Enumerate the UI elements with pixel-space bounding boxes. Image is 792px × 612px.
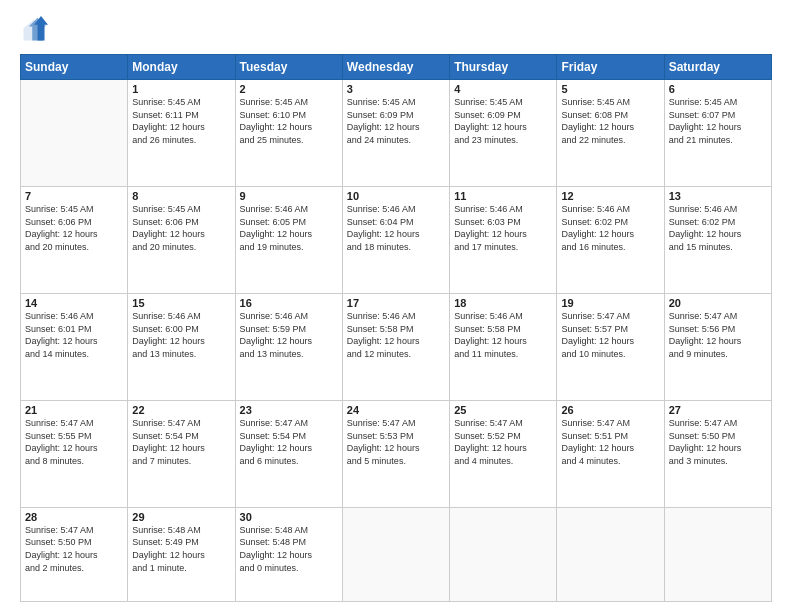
day-info: Sunrise: 5:47 AMSunset: 5:56 PMDaylight:… [669,310,767,360]
day-number: 25 [454,404,552,416]
week-row-5: 28Sunrise: 5:47 AMSunset: 5:50 PMDayligh… [21,507,772,601]
cell-w3-d0: 14Sunrise: 5:46 AMSunset: 6:01 PMDayligh… [21,293,128,400]
day-info: Sunrise: 5:45 AMSunset: 6:09 PMDaylight:… [454,96,552,146]
col-friday: Friday [557,55,664,80]
cell-w4-d0: 21Sunrise: 5:47 AMSunset: 5:55 PMDayligh… [21,400,128,507]
cell-w3-d1: 15Sunrise: 5:46 AMSunset: 6:00 PMDayligh… [128,293,235,400]
day-info: Sunrise: 5:47 AMSunset: 5:51 PMDaylight:… [561,417,659,467]
logo [20,16,52,44]
day-info: Sunrise: 5:45 AMSunset: 6:07 PMDaylight:… [669,96,767,146]
week-row-2: 7Sunrise: 5:45 AMSunset: 6:06 PMDaylight… [21,186,772,293]
day-info: Sunrise: 5:48 AMSunset: 5:48 PMDaylight:… [240,524,338,574]
cell-w3-d5: 19Sunrise: 5:47 AMSunset: 5:57 PMDayligh… [557,293,664,400]
cell-w5-d6 [664,507,771,601]
day-info: Sunrise: 5:45 AMSunset: 6:09 PMDaylight:… [347,96,445,146]
day-number: 20 [669,297,767,309]
cell-w2-d5: 12Sunrise: 5:46 AMSunset: 6:02 PMDayligh… [557,186,664,293]
col-monday: Monday [128,55,235,80]
day-number: 6 [669,83,767,95]
day-number: 8 [132,190,230,202]
cell-w4-d6: 27Sunrise: 5:47 AMSunset: 5:50 PMDayligh… [664,400,771,507]
day-number: 19 [561,297,659,309]
cell-w1-d2: 2Sunrise: 5:45 AMSunset: 6:10 PMDaylight… [235,80,342,187]
cell-w1-d1: 1Sunrise: 5:45 AMSunset: 6:11 PMDaylight… [128,80,235,187]
cell-w5-d0: 28Sunrise: 5:47 AMSunset: 5:50 PMDayligh… [21,507,128,601]
day-info: Sunrise: 5:46 AMSunset: 6:04 PMDaylight:… [347,203,445,253]
day-info: Sunrise: 5:45 AMSunset: 6:06 PMDaylight:… [25,203,123,253]
col-wednesday: Wednesday [342,55,449,80]
day-info: Sunrise: 5:45 AMSunset: 6:10 PMDaylight:… [240,96,338,146]
week-row-4: 21Sunrise: 5:47 AMSunset: 5:55 PMDayligh… [21,400,772,507]
header-row: Sunday Monday Tuesday Wednesday Thursday… [21,55,772,80]
cell-w1-d6: 6Sunrise: 5:45 AMSunset: 6:07 PMDaylight… [664,80,771,187]
cell-w2-d0: 7Sunrise: 5:45 AMSunset: 6:06 PMDaylight… [21,186,128,293]
calendar-table: Sunday Monday Tuesday Wednesday Thursday… [20,54,772,602]
day-number: 1 [132,83,230,95]
day-info: Sunrise: 5:46 AMSunset: 6:00 PMDaylight:… [132,310,230,360]
day-info: Sunrise: 5:47 AMSunset: 5:50 PMDaylight:… [669,417,767,467]
cell-w3-d2: 16Sunrise: 5:46 AMSunset: 5:59 PMDayligh… [235,293,342,400]
day-number: 26 [561,404,659,416]
header [20,16,772,44]
day-number: 30 [240,511,338,523]
day-info: Sunrise: 5:47 AMSunset: 5:52 PMDaylight:… [454,417,552,467]
cell-w2-d6: 13Sunrise: 5:46 AMSunset: 6:02 PMDayligh… [664,186,771,293]
day-number: 9 [240,190,338,202]
cell-w5-d2: 30Sunrise: 5:48 AMSunset: 5:48 PMDayligh… [235,507,342,601]
cell-w1-d3: 3Sunrise: 5:45 AMSunset: 6:09 PMDaylight… [342,80,449,187]
cell-w2-d3: 10Sunrise: 5:46 AMSunset: 6:04 PMDayligh… [342,186,449,293]
cell-w4-d4: 25Sunrise: 5:47 AMSunset: 5:52 PMDayligh… [450,400,557,507]
col-sunday: Sunday [21,55,128,80]
cell-w3-d6: 20Sunrise: 5:47 AMSunset: 5:56 PMDayligh… [664,293,771,400]
col-tuesday: Tuesday [235,55,342,80]
day-number: 23 [240,404,338,416]
week-row-1: 1Sunrise: 5:45 AMSunset: 6:11 PMDaylight… [21,80,772,187]
day-info: Sunrise: 5:46 AMSunset: 5:59 PMDaylight:… [240,310,338,360]
day-info: Sunrise: 5:46 AMSunset: 5:58 PMDaylight:… [347,310,445,360]
day-info: Sunrise: 5:46 AMSunset: 5:58 PMDaylight:… [454,310,552,360]
day-info: Sunrise: 5:47 AMSunset: 5:57 PMDaylight:… [561,310,659,360]
cell-w1-d4: 4Sunrise: 5:45 AMSunset: 6:09 PMDaylight… [450,80,557,187]
day-info: Sunrise: 5:46 AMSunset: 6:02 PMDaylight:… [669,203,767,253]
day-info: Sunrise: 5:47 AMSunset: 5:53 PMDaylight:… [347,417,445,467]
day-number: 17 [347,297,445,309]
cell-w2-d1: 8Sunrise: 5:45 AMSunset: 6:06 PMDaylight… [128,186,235,293]
logo-icon [20,16,48,44]
week-row-3: 14Sunrise: 5:46 AMSunset: 6:01 PMDayligh… [21,293,772,400]
day-info: Sunrise: 5:45 AMSunset: 6:11 PMDaylight:… [132,96,230,146]
day-number: 7 [25,190,123,202]
col-thursday: Thursday [450,55,557,80]
day-number: 24 [347,404,445,416]
day-number: 4 [454,83,552,95]
cell-w3-d3: 17Sunrise: 5:46 AMSunset: 5:58 PMDayligh… [342,293,449,400]
day-number: 14 [25,297,123,309]
day-info: Sunrise: 5:45 AMSunset: 6:06 PMDaylight:… [132,203,230,253]
day-number: 3 [347,83,445,95]
cell-w4-d5: 26Sunrise: 5:47 AMSunset: 5:51 PMDayligh… [557,400,664,507]
col-saturday: Saturday [664,55,771,80]
cell-w2-d2: 9Sunrise: 5:46 AMSunset: 6:05 PMDaylight… [235,186,342,293]
day-info: Sunrise: 5:47 AMSunset: 5:54 PMDaylight:… [132,417,230,467]
day-number: 11 [454,190,552,202]
cell-w5-d1: 29Sunrise: 5:48 AMSunset: 5:49 PMDayligh… [128,507,235,601]
day-info: Sunrise: 5:45 AMSunset: 6:08 PMDaylight:… [561,96,659,146]
day-number: 2 [240,83,338,95]
day-number: 10 [347,190,445,202]
day-number: 12 [561,190,659,202]
cell-w5-d4 [450,507,557,601]
cell-w5-d3 [342,507,449,601]
day-number: 21 [25,404,123,416]
cell-w1-d0 [21,80,128,187]
day-info: Sunrise: 5:47 AMSunset: 5:55 PMDaylight:… [25,417,123,467]
day-number: 13 [669,190,767,202]
cell-w4-d3: 24Sunrise: 5:47 AMSunset: 5:53 PMDayligh… [342,400,449,507]
cell-w4-d1: 22Sunrise: 5:47 AMSunset: 5:54 PMDayligh… [128,400,235,507]
cell-w2-d4: 11Sunrise: 5:46 AMSunset: 6:03 PMDayligh… [450,186,557,293]
day-number: 28 [25,511,123,523]
day-info: Sunrise: 5:46 AMSunset: 6:02 PMDaylight:… [561,203,659,253]
day-info: Sunrise: 5:46 AMSunset: 6:03 PMDaylight:… [454,203,552,253]
cell-w5-d5 [557,507,664,601]
day-info: Sunrise: 5:48 AMSunset: 5:49 PMDaylight:… [132,524,230,574]
day-info: Sunrise: 5:47 AMSunset: 5:50 PMDaylight:… [25,524,123,574]
day-number: 5 [561,83,659,95]
